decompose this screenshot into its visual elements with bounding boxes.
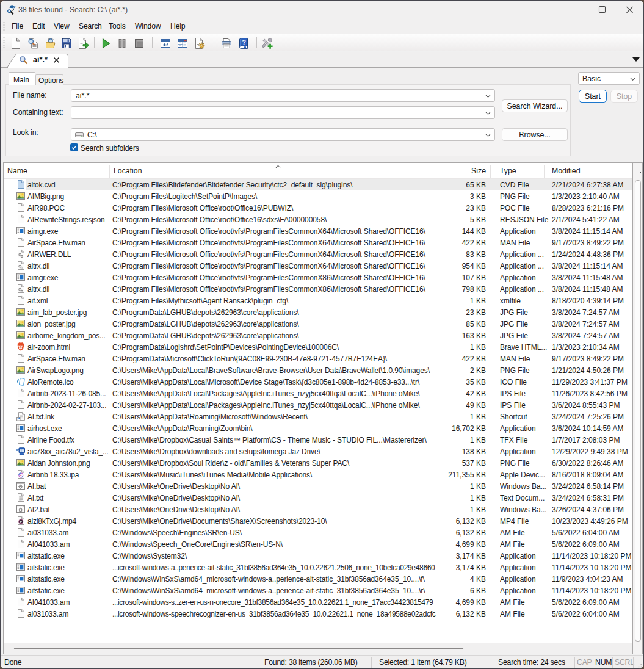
svg-text:?: ?	[242, 38, 246, 46]
